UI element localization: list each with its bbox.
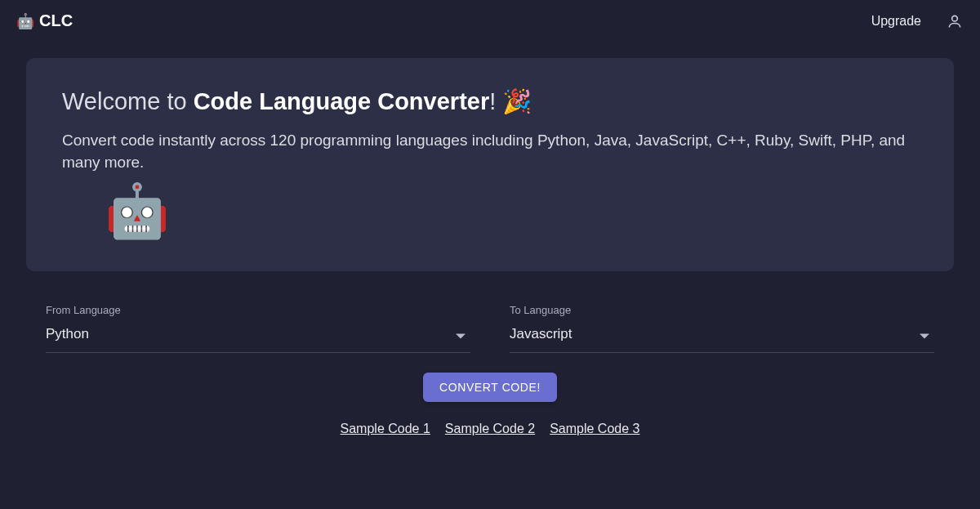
from-language-label: From Language [46,304,470,316]
from-language-value: Python [46,326,89,342]
from-language-group: From Language Python [46,304,470,353]
welcome-description: Convert code instantly across 120 progra… [62,130,911,173]
sample-code-3-link[interactable]: Sample Code 3 [550,422,639,436]
welcome-prefix: Welcome to [62,88,194,114]
brand-robot-icon: 🤖 [16,12,34,30]
upgrade-link[interactable]: Upgrade [871,14,921,29]
sample-code-2-link[interactable]: Sample Code 2 [445,422,535,436]
brand[interactable]: 🤖 CLC [16,11,73,30]
chevron-down-icon [456,330,464,338]
welcome-suffix: ! 🎉 [489,88,532,114]
svg-point-0 [952,16,958,21]
welcome-card: Welcome to Code Language Converter! 🎉 Co… [26,58,954,271]
header: 🤖 CLC Upgrade [0,0,980,42]
to-language-value: Javascript [510,326,572,342]
to-language-label: To Language [510,304,934,316]
robot-emoji-icon: 🤖 [105,181,170,242]
sample-links: Sample Code 1 Sample Code 2 Sample Code … [26,422,954,436]
chevron-down-icon [920,330,928,338]
main-content: Welcome to Code Language Converter! 🎉 Co… [0,42,980,453]
from-language-select[interactable]: Python [46,318,470,353]
brand-text: CLC [39,11,73,30]
header-right: Upgrade [871,12,964,30]
language-selectors: From Language Python To Language Javascr… [26,304,954,353]
convert-row: CONVERT CODE! [26,373,954,402]
convert-button[interactable]: CONVERT CODE! [423,373,557,402]
person-icon[interactable] [946,12,964,30]
sample-code-1-link[interactable]: Sample Code 1 [341,422,430,436]
welcome-strong: Code Language Converter [194,88,490,114]
welcome-title: Welcome to Code Language Converter! 🎉 [62,87,918,115]
to-language-group: To Language Javascript [510,304,934,353]
to-language-select[interactable]: Javascript [510,318,934,353]
